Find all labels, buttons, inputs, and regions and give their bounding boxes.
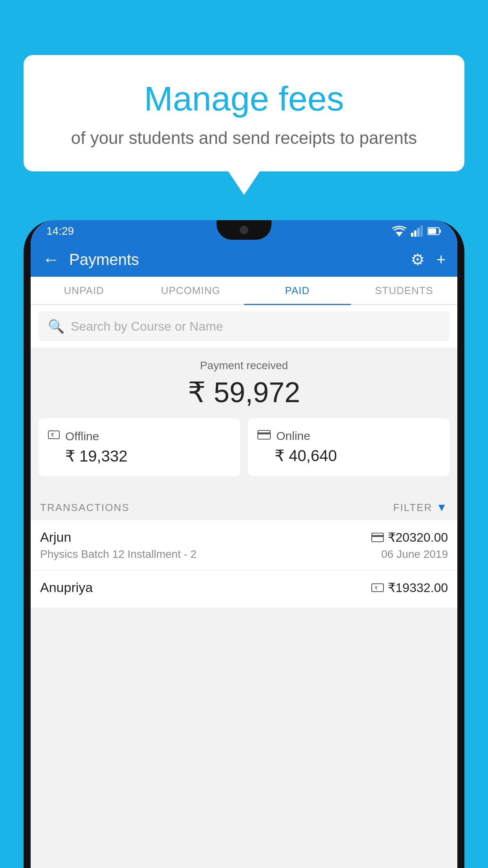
phone-notch xyxy=(216,220,272,240)
speech-bubble-title: Manage fees xyxy=(55,79,433,119)
status-icons xyxy=(392,226,442,237)
svg-rect-13 xyxy=(372,535,383,537)
online-amount: ₹ 40,640 xyxy=(257,447,337,465)
tabs-container: UNPAID UPCOMING PAID STUDENTS xyxy=(31,277,457,305)
speech-bubble-subtitle: of your students and send receipts to pa… xyxy=(55,128,433,148)
payment-summary: Payment received ₹ 59,972 ₹ Offline xyxy=(31,348,457,493)
search-bar[interactable]: 🔍 Search by Course or Name xyxy=(39,311,449,341)
amount-row-anupriya: ₹ ₹19332.00 xyxy=(371,580,448,595)
app-bar-left: ← Payments xyxy=(42,250,139,269)
svg-rect-14 xyxy=(372,584,383,592)
phone-screen: 14:29 xyxy=(31,220,457,868)
transaction-date-arjun: 06 June 2019 xyxy=(381,548,448,561)
status-time: 14:29 xyxy=(46,225,74,237)
filter-button[interactable]: FILTER ▼ xyxy=(393,501,448,514)
phone-frame: 14:29 xyxy=(24,220,464,868)
transaction-name-anupriya: Anupriya xyxy=(40,580,93,595)
app-bar-title: Payments xyxy=(69,251,139,268)
search-icon: 🔍 xyxy=(48,318,64,334)
offline-card-header: ₹ Offline xyxy=(48,429,99,443)
payment-mode-online-icon xyxy=(371,533,384,542)
transaction-top-anupriya: Anupriya ₹ ₹19332.00 xyxy=(40,580,448,595)
svg-rect-1 xyxy=(411,233,413,237)
transactions-header: TRANSACTIONS FILTER ▼ xyxy=(31,493,457,520)
search-input[interactable]: Search by Course or Name xyxy=(71,319,223,334)
online-card-header: Online xyxy=(257,429,310,443)
payment-received-label: Payment received xyxy=(31,359,457,372)
offline-icon: ₹ xyxy=(48,429,60,443)
tab-students[interactable]: STUDENTS xyxy=(351,278,458,305)
svg-rect-12 xyxy=(372,533,383,542)
online-label: Online xyxy=(276,429,310,443)
transaction-bottom-arjun: Physics Batch 12 Installment - 2 06 June… xyxy=(40,548,448,561)
transaction-list: Arjun ₹20320.00 Physics Batch 12 Install… xyxy=(31,520,457,608)
transactions-label: TRANSACTIONS xyxy=(40,502,130,514)
settings-button[interactable]: ⚙ xyxy=(411,250,425,268)
add-button[interactable]: + xyxy=(437,251,446,268)
table-row[interactable]: Anupriya ₹ ₹19332.00 xyxy=(31,570,457,608)
filter-label: FILTER xyxy=(393,502,433,514)
payment-cards: ₹ Offline ₹ 19,332 xyxy=(31,418,457,485)
transaction-top-arjun: Arjun ₹20320.00 xyxy=(40,530,448,545)
app-bar-right: ⚙ + xyxy=(411,250,446,268)
app-bar: ← Payments ⚙ + xyxy=(31,242,457,277)
back-button[interactable]: ← xyxy=(42,250,60,269)
table-row[interactable]: Arjun ₹20320.00 Physics Batch 12 Install… xyxy=(31,520,457,570)
filter-icon: ▼ xyxy=(436,501,448,514)
tab-upcoming[interactable]: UPCOMING xyxy=(138,278,244,305)
svg-text:₹: ₹ xyxy=(374,585,378,591)
speech-bubble-tail xyxy=(228,171,260,195)
payment-total-amount: ₹ 59,972 xyxy=(31,376,457,409)
online-card: Online ₹ 40,640 xyxy=(248,418,449,476)
offline-amount: ₹ 19,332 xyxy=(48,447,127,465)
svg-rect-2 xyxy=(414,230,416,237)
front-camera xyxy=(240,226,248,234)
offline-label: Offline xyxy=(65,430,99,443)
transaction-name-arjun: Arjun xyxy=(40,530,71,545)
speech-bubble-wrapper: Manage fees of your students and send re… xyxy=(24,55,464,195)
svg-rect-7 xyxy=(428,228,436,234)
svg-rect-6 xyxy=(439,230,441,233)
speech-bubble: Manage fees of your students and send re… xyxy=(24,55,464,171)
online-icon xyxy=(257,429,271,443)
svg-rect-3 xyxy=(417,228,420,237)
amount-row-arjun: ₹20320.00 xyxy=(371,530,448,545)
wifi-icon xyxy=(392,226,406,237)
svg-rect-4 xyxy=(420,226,423,237)
signal-icon xyxy=(411,226,423,237)
transaction-course-arjun: Physics Batch 12 Installment - 2 xyxy=(40,548,196,561)
transaction-amount-anupriya: ₹19332.00 xyxy=(388,580,448,595)
battery-icon xyxy=(427,227,442,235)
search-container: 🔍 Search by Course or Name xyxy=(31,305,457,348)
svg-marker-0 xyxy=(396,232,403,237)
payment-mode-offline-icon: ₹ xyxy=(371,583,384,593)
transaction-amount-arjun: ₹20320.00 xyxy=(388,530,448,545)
svg-text:₹: ₹ xyxy=(51,432,54,438)
svg-rect-11 xyxy=(258,432,270,434)
tab-unpaid[interactable]: UNPAID xyxy=(31,278,138,305)
svg-rect-10 xyxy=(258,430,270,439)
offline-card: ₹ Offline ₹ 19,332 xyxy=(39,418,240,476)
tab-paid[interactable]: PAID xyxy=(244,278,351,305)
